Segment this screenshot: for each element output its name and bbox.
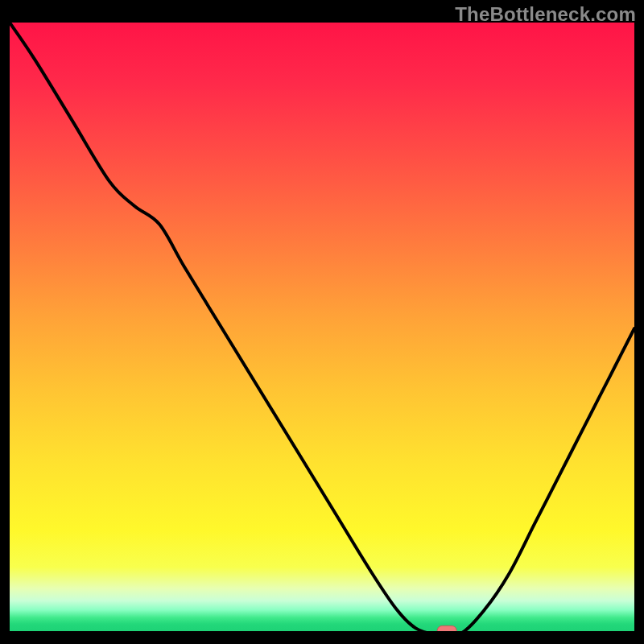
- plot-area: [10, 23, 634, 634]
- x-axis-baseline: [10, 631, 634, 634]
- markers-layer: [10, 23, 634, 634]
- chart-frame: TheBottleneck.com: [0, 0, 644, 644]
- watermark-text: TheBottleneck.com: [455, 3, 636, 26]
